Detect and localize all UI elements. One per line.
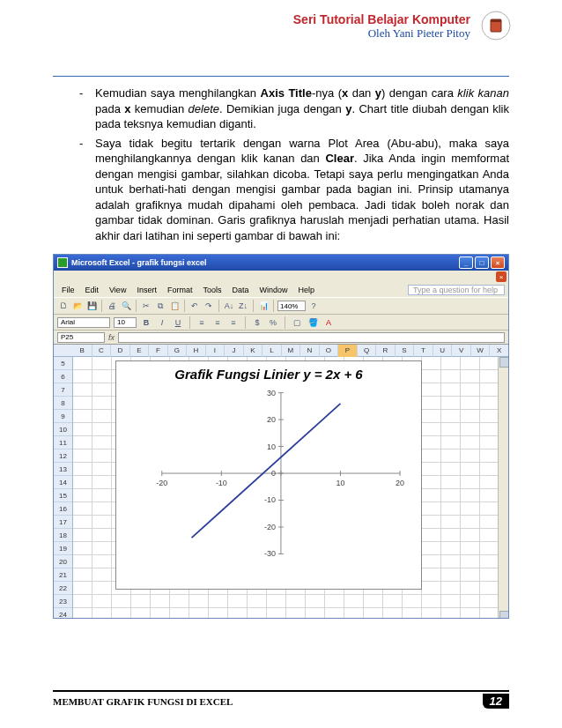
underline-icon[interactable]: U xyxy=(172,316,184,329)
column-header[interactable]: P xyxy=(338,345,358,357)
help-search-input[interactable]: Type a question for help xyxy=(408,285,505,295)
row-header[interactable]: 5 xyxy=(54,357,72,370)
row-header[interactable]: 24 xyxy=(54,608,72,618)
bold-icon[interactable]: B xyxy=(140,316,152,329)
row-header[interactable]: 20 xyxy=(54,555,72,568)
close-workbook-button[interactable]: × xyxy=(496,271,507,282)
column-header[interactable]: O xyxy=(320,345,339,357)
series-title: Seri Tutorial Belajar Komputer xyxy=(293,12,470,26)
row-header[interactable]: 9 xyxy=(54,410,72,423)
redo-icon[interactable]: ↷ xyxy=(203,300,215,312)
italic-icon[interactable]: I xyxy=(156,316,168,329)
sort-desc-icon[interactable]: Z↓ xyxy=(237,300,249,312)
column-header[interactable]: B xyxy=(73,345,92,357)
row-header[interactable]: 13 xyxy=(54,463,72,476)
column-header[interactable]: G xyxy=(168,345,188,357)
align-right-icon[interactable]: ≡ xyxy=(227,316,240,329)
row-header[interactable]: 7 xyxy=(54,383,72,397)
column-header[interactable]: M xyxy=(282,345,301,357)
percent-icon[interactable]: % xyxy=(267,316,279,329)
column-header[interactable]: L xyxy=(263,345,282,357)
cut-icon[interactable]: ✂ xyxy=(140,300,152,312)
row-header[interactable]: 14 xyxy=(54,476,72,489)
svg-text:10: 10 xyxy=(336,479,345,487)
zoom-input[interactable]: 140% xyxy=(277,301,306,311)
borders-icon[interactable]: ▢ xyxy=(291,316,303,329)
column-header[interactable]: C xyxy=(92,345,112,357)
close-button[interactable]: × xyxy=(491,256,505,269)
vertical-scrollbar[interactable] xyxy=(498,357,508,618)
font-select[interactable]: Arial xyxy=(57,317,110,328)
column-header[interactable]: J xyxy=(225,345,244,357)
column-header[interactable]: I xyxy=(206,345,226,357)
currency-icon[interactable]: $ xyxy=(251,316,263,329)
column-header[interactable]: N xyxy=(300,345,320,357)
column-header[interactable]: S xyxy=(396,345,415,357)
font-color-icon[interactable]: A xyxy=(322,316,335,329)
column-header[interactable]: K xyxy=(244,345,263,357)
svg-text:10: 10 xyxy=(267,442,276,451)
row-header[interactable]: 17 xyxy=(54,516,72,529)
maximize-button[interactable]: □ xyxy=(475,256,489,269)
column-header[interactable]: E xyxy=(130,345,150,357)
cells-area[interactable]: Grafik Fungsi Linier y = 2x + 6 -20-1010… xyxy=(73,357,508,618)
column-header[interactable]: D xyxy=(111,345,130,357)
row-header[interactable]: 12 xyxy=(54,449,72,463)
svg-text:20: 20 xyxy=(267,416,276,425)
fx-icon[interactable]: fx xyxy=(108,333,115,342)
column-header[interactable]: V xyxy=(452,345,471,357)
row-header[interactable]: 22 xyxy=(54,582,72,595)
row-header[interactable]: 15 xyxy=(54,489,72,502)
minimize-button[interactable]: _ xyxy=(459,256,473,269)
print-icon[interactable]: 🖨 xyxy=(106,300,118,312)
paste-icon[interactable]: 📋 xyxy=(168,300,181,312)
row-header[interactable]: 11 xyxy=(54,436,72,449)
menu-data[interactable]: Data xyxy=(227,285,253,295)
fill-color-icon[interactable]: 🪣 xyxy=(307,316,319,329)
open-icon[interactable]: 📂 xyxy=(71,300,84,312)
chart-title: Grafik Fungsi Linier y = 2x + 6 xyxy=(116,361,421,383)
bullet-1: Kemudian saya menghilangkan Axis Title-n… xyxy=(79,85,509,132)
align-center-icon[interactable]: ≡ xyxy=(211,316,224,329)
column-header[interactable]: R xyxy=(376,345,396,357)
font-size-select[interactable]: 10 xyxy=(114,317,137,328)
column-header[interactable]: T xyxy=(414,345,433,357)
save-icon[interactable]: 💾 xyxy=(85,300,98,312)
column-header[interactable]: Q xyxy=(358,345,377,357)
menu-tools[interactable]: Tools xyxy=(198,285,226,295)
new-icon[interactable]: 🗋 xyxy=(57,300,70,312)
column-header[interactable]: W xyxy=(471,345,491,357)
menu-window[interactable]: Window xyxy=(255,285,292,295)
row-header[interactable]: 6 xyxy=(54,370,72,383)
column-header[interactable]: X xyxy=(490,345,508,357)
menu-edit[interactable]: Edit xyxy=(81,285,104,295)
row-header[interactable]: 10 xyxy=(54,423,72,436)
column-header[interactable]: H xyxy=(187,345,206,357)
menu-file[interactable]: File xyxy=(57,285,79,295)
menu-view[interactable]: View xyxy=(105,285,130,295)
preview-icon[interactable]: 🔍 xyxy=(120,300,132,312)
row-header[interactable]: 19 xyxy=(54,542,72,555)
name-box[interactable]: P25 xyxy=(57,332,105,343)
formula-bar[interactable] xyxy=(118,332,505,343)
row-header[interactable]: 18 xyxy=(54,529,72,542)
svg-text:-30: -30 xyxy=(264,550,276,559)
column-header[interactable]: U xyxy=(433,345,453,357)
row-header[interactable]: 21 xyxy=(54,568,72,582)
menu-insert[interactable]: Insert xyxy=(132,285,161,295)
row-header[interactable]: 8 xyxy=(54,397,72,410)
row-header[interactable]: 23 xyxy=(54,595,72,608)
copy-icon[interactable]: ⧉ xyxy=(154,300,166,312)
chart-icon[interactable]: 📊 xyxy=(257,300,270,312)
menu-format[interactable]: Format xyxy=(163,285,197,295)
sort-asc-icon[interactable]: A↓ xyxy=(223,300,235,312)
embedded-chart[interactable]: Grafik Fungsi Linier y = 2x + 6 -20-1010… xyxy=(115,360,422,590)
row-header[interactable]: 16 xyxy=(54,502,72,516)
standard-toolbar: 🗋 📂 💾 🖨 🔍 ✂ ⧉ 📋 ↶ ↷ A↓ Z↓ 📊 140% ? xyxy=(54,297,508,315)
bullet-2: Saya tidak begitu tertarik dengan warna … xyxy=(79,136,509,244)
help-icon[interactable]: ? xyxy=(307,300,320,312)
undo-icon[interactable]: ↶ xyxy=(189,300,201,312)
align-left-icon[interactable]: ≡ xyxy=(196,316,208,329)
menu-help[interactable]: Help xyxy=(293,285,319,295)
column-header[interactable]: F xyxy=(149,345,168,357)
